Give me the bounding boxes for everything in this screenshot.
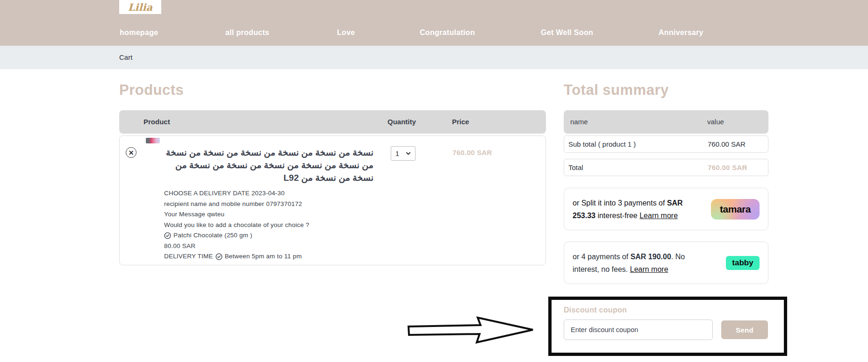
- products-title: Products: [119, 82, 546, 99]
- nav-item-congratulation[interactable]: Congratulation: [420, 28, 475, 37]
- delivery-date-line: CHOOSE A DELIVERY DATE 2023-04-30: [164, 188, 407, 199]
- chocolate-choice-line: Patchi Chocolate (250 gm ): [164, 230, 407, 241]
- tamara-learn-more-link[interactable]: Learn more: [639, 212, 678, 220]
- nav-item-love[interactable]: Love: [337, 28, 355, 37]
- product-thumbnail[interactable]: [146, 138, 160, 143]
- chocolate-price-line: 80.00 SAR: [164, 241, 407, 252]
- total-row: Total 760.00 SAR: [564, 159, 768, 176]
- tabby-text-before: or 4 payments of: [573, 253, 631, 261]
- tabby-logo: tabby: [726, 256, 760, 270]
- column-header-quantity: Quantity: [387, 118, 416, 126]
- brand-logo[interactable]: Lilia: [119, 0, 161, 14]
- annotation-arrow-icon: [402, 312, 542, 351]
- total-label: Total: [568, 163, 583, 171]
- recipient-line: recipient name and mobile number 0797370…: [164, 199, 407, 210]
- discount-coupon-title: Discount coupon: [564, 306, 627, 314]
- nav-item-all-products[interactable]: all products: [225, 28, 269, 37]
- summary-table-header: name value: [564, 110, 768, 134]
- check-circle-icon: [164, 232, 171, 239]
- tabby-logo-text: tabby: [732, 258, 753, 268]
- quantity-select[interactable]: 1: [391, 146, 416, 161]
- remove-item-button[interactable]: ✕: [126, 147, 136, 158]
- cart-item-row: ✕ نسخة من نسخة من نسخة من نسخة من نسخة م…: [119, 135, 546, 265]
- delivery-time-label: DELIVERY TIME: [164, 251, 213, 262]
- column-header-price: Price: [452, 118, 469, 126]
- tabby-amount: SAR 190.00: [631, 253, 671, 261]
- column-header-value: value: [707, 118, 724, 126]
- tamara-logo-text: tamara: [720, 204, 751, 215]
- total-summary-section: Total summary name value Sub total ( pro…: [564, 69, 768, 284]
- subtotal-value: 760.00 SAR: [708, 140, 746, 148]
- tabby-payment-text: or 4 payments of SAR 190.00. No interest…: [573, 250, 700, 276]
- delivery-time-value: Between 5pm am to 11 pm: [225, 251, 302, 262]
- tabby-payment-card: or 4 payments of SAR 190.00. No interest…: [564, 241, 768, 284]
- product-options: CHOOSE A DELIVERY DATE 2023-04-30 recipi…: [164, 188, 407, 262]
- nav-item-anniversary[interactable]: Anniversary: [659, 28, 703, 37]
- quantity-value: 1: [395, 150, 399, 157]
- send-coupon-button[interactable]: Send: [721, 320, 768, 339]
- summary-title: Total summary: [564, 82, 768, 99]
- chocolate-choice-label: Patchi Chocolate (250 gm ): [173, 230, 252, 241]
- column-header-name: name: [570, 118, 588, 126]
- tamara-logo: tamara: [711, 199, 760, 220]
- tabby-learn-more-link[interactable]: Learn more: [630, 265, 668, 273]
- nav-item-get-well-soon[interactable]: Get Well Soon: [541, 28, 593, 37]
- tamara-text-after: interest-free: [595, 212, 639, 220]
- nav-item-homepage[interactable]: homepage: [120, 28, 158, 37]
- products-section: Products Product Quantity Price ✕ نسخة م…: [119, 69, 546, 265]
- column-header-product: Product: [143, 118, 170, 126]
- chocolate-question-line: Would you like to add a chocolate of you…: [164, 220, 407, 231]
- tamara-payment-text: or Split it into 3 payments of SAR 253.3…: [573, 197, 700, 222]
- subtotal-row: Sub total ( product 1 ) 760.00 SAR: [564, 135, 768, 153]
- products-table-header: Product Quantity Price: [119, 110, 546, 134]
- breadcrumb: Cart: [119, 46, 132, 69]
- chevron-down-icon: [406, 151, 411, 156]
- tamara-payment-card: or Split it into 3 payments of SAR 253.3…: [564, 188, 768, 230]
- total-value: 760.00 SAR: [708, 163, 747, 171]
- check-circle-icon: [215, 253, 222, 260]
- tamara-text-before: or Split it into 3 payments of: [573, 199, 667, 207]
- product-title[interactable]: نسخة من نسخة من نسخة من نسخة من نسخة من …: [164, 146, 373, 184]
- item-price: 760.00 SAR: [452, 149, 492, 156]
- site-header: Lilia homepage all products Love Congrat…: [0, 0, 868, 46]
- breadcrumb-bar: Cart: [0, 46, 868, 69]
- delivery-time-line: DELIVERY TIME Between 5pm am to 11 pm: [164, 251, 407, 262]
- message-line: Your Message qwteu: [164, 209, 407, 220]
- discount-coupon-input[interactable]: [564, 319, 713, 340]
- subtotal-label: Sub total ( product 1 ): [568, 140, 636, 148]
- close-icon: ✕: [129, 149, 134, 156]
- brand-logo-text: Lilia: [128, 1, 152, 13]
